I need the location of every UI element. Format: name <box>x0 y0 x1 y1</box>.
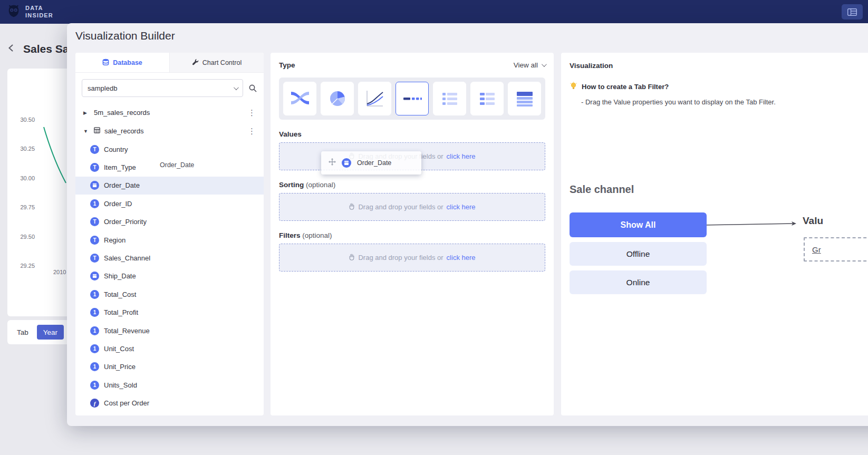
filter-button-online[interactable]: Online <box>570 270 707 294</box>
number-field-icon: 1 <box>90 308 99 317</box>
visualization-heading: Visualization <box>570 62 613 70</box>
search-icon <box>248 84 257 93</box>
number-field-icon: 1 <box>90 326 99 335</box>
period-tab-tab[interactable]: Tab <box>12 325 34 340</box>
y-axis-tick: 29.75 <box>11 204 35 210</box>
page-header: Sales Sa <box>6 43 69 55</box>
modal-title: Visualization Builder <box>75 30 175 42</box>
tab-chart-control[interactable]: Chart Control <box>169 53 264 72</box>
table-label: sale_records <box>104 127 143 135</box>
date-field-icon <box>90 181 99 190</box>
click-here-link[interactable]: click here <box>447 152 476 160</box>
dropzone-heading: Sorting (optional) <box>279 181 545 189</box>
field-item-order-id[interactable]: 1Order_ID <box>75 195 264 212</box>
x-axis-tick: 2010 <box>53 269 66 275</box>
dropzone-filters[interactable]: Drag and drop your fields orclick here <box>279 244 545 272</box>
brand: DATA INSIDER <box>6 4 53 21</box>
y-axis-tick: 30.50 <box>11 117 35 123</box>
text-field-icon: T <box>90 217 99 226</box>
owl-logo-icon <box>6 4 21 21</box>
database-select-value: sampledb <box>88 84 117 92</box>
field-label: Sales_Channel <box>104 254 150 262</box>
left-panel-tabs: Database Chart Control <box>75 53 264 73</box>
line-series <box>40 124 71 190</box>
chart-type-checklist-icon[interactable] <box>470 82 504 115</box>
type-header-row: Type View all <box>279 61 545 69</box>
field-label: Item_Type <box>104 163 136 171</box>
brand-line-1: DATA <box>25 5 53 12</box>
tip-title: How to create a Tab Filter? <box>582 83 669 91</box>
field-item-order-priority[interactable]: TOrder_Priority <box>75 213 264 231</box>
dropzone-sorting[interactable]: Drag and drop your fields orclick here <box>279 193 545 221</box>
text-field-icon: T <box>90 236 99 245</box>
field-item-cost-per-order[interactable]: fCost per Order <box>75 394 264 412</box>
database-panel: Database Chart Control sampledb <box>75 53 264 415</box>
field-item-sales-channel[interactable]: TSales_Channel <box>75 249 264 267</box>
kebab-menu-icon[interactable]: ⋮ <box>246 108 257 118</box>
table-item-5m-sales-records[interactable]: ▶ 5m_sales_records ⋮ <box>75 103 264 122</box>
chart-type-line-chart-icon[interactable] <box>358 82 391 115</box>
filter-button-offline[interactable]: Offline <box>570 242 707 266</box>
chart-type-tab-filter-icon[interactable] <box>396 82 429 115</box>
field-item-region[interactable]: TRegion <box>75 231 264 249</box>
field-item-unit-cost[interactable]: 1Unit_Cost <box>75 340 264 357</box>
y-axis-tick: 29.25 <box>11 263 35 269</box>
preview-chart-title: Sale channel <box>570 183 634 196</box>
brand-text: DATA INSIDER <box>25 5 53 20</box>
y-axis-tick: 30.00 <box>11 175 35 181</box>
annotation-group-label[interactable]: Gr <box>812 245 821 254</box>
table-item-sale-records[interactable]: ▼ sale_records ⋮ <box>75 122 264 140</box>
brand-line-2: INSIDER <box>25 12 53 20</box>
visualization-builder-modal: Visualization Builder Database Chart Con… <box>67 23 868 426</box>
field-item-country[interactable]: TCountry <box>75 140 264 158</box>
lightbulb-icon <box>570 82 577 92</box>
field-label: Total_Profit <box>104 308 138 316</box>
tab-database[interactable]: Database <box>75 53 169 72</box>
field-item-item-type[interactable]: TItem_Type <box>75 158 264 176</box>
caret-down-icon[interactable]: ▼ <box>83 129 90 134</box>
field-label: Country <box>104 146 128 153</box>
caret-right-icon[interactable]: ▶ <box>83 110 90 115</box>
field-item-total-revenue[interactable]: 1Total_Revenue <box>75 322 264 340</box>
kebab-menu-icon[interactable]: ⋮ <box>246 127 257 136</box>
click-here-link[interactable]: click here <box>447 203 476 211</box>
number-field-icon: 1 <box>90 381 99 390</box>
view-all-button[interactable]: View all <box>514 61 545 69</box>
chart-config-panel: Type View all Values Drag and drop your … <box>271 53 554 415</box>
drag-ghost-chip[interactable]: Order_Date <box>321 151 421 175</box>
chart-type-sankey-chart-icon[interactable] <box>283 82 316 115</box>
click-here-link[interactable]: click here <box>447 254 476 262</box>
field-item-units-sold[interactable]: 1Units_Sold <box>75 376 264 394</box>
field-label: Ship_Date <box>104 272 136 280</box>
move-icon <box>329 158 336 168</box>
drag-hand-icon <box>349 254 355 262</box>
database-select[interactable]: sampledb <box>82 79 243 97</box>
chart-type-bullet-list-icon[interactable] <box>433 82 466 115</box>
field-item-order-date[interactable]: Order_Date <box>75 177 264 195</box>
period-tab-year[interactable]: Year <box>37 325 64 340</box>
field-item-total-cost[interactable]: 1Total_Cost <box>75 285 264 303</box>
field-label: Order_Date <box>104 181 140 189</box>
field-item-ship-date[interactable]: Ship_Date <box>75 267 264 285</box>
back-chevron-icon[interactable] <box>6 43 16 55</box>
field-item-unit-price[interactable]: 1Unit_Price <box>75 358 264 376</box>
dropzone-heading: Values <box>279 130 545 138</box>
screen: DATA INSIDER Sales Sa 30.5030.2530.0029.… <box>0 0 868 455</box>
number-field-icon: 1 <box>90 290 99 299</box>
chart-type-table-icon[interactable] <box>508 82 541 115</box>
field-item-total-profit[interactable]: 1Total_Profit <box>75 304 264 322</box>
chart-type-pie-chart-icon[interactable] <box>321 82 354 115</box>
date-field-icon <box>342 158 351 168</box>
table-label: 5m_sales_records <box>94 109 150 117</box>
filter-button-group: Show AllOfflineOnline <box>570 212 707 294</box>
filter-button-show-all[interactable]: Show All <box>570 212 707 237</box>
view-all-label: View all <box>514 61 538 69</box>
chart-type-strip <box>279 78 545 120</box>
page-title: Sales Sa <box>23 43 69 55</box>
table-tree: ▶ 5m_sales_records ⋮ ▼ sale_records ⋮ TC… <box>75 103 264 412</box>
dashboard-layout-button[interactable] <box>842 4 863 20</box>
search-button[interactable] <box>248 84 257 93</box>
field-label: Total_Revenue <box>104 327 150 335</box>
dropzone-section-sorting: Sorting (optional)Drag and drop your fie… <box>279 181 545 221</box>
database-select-row: sampledb <box>75 73 264 103</box>
